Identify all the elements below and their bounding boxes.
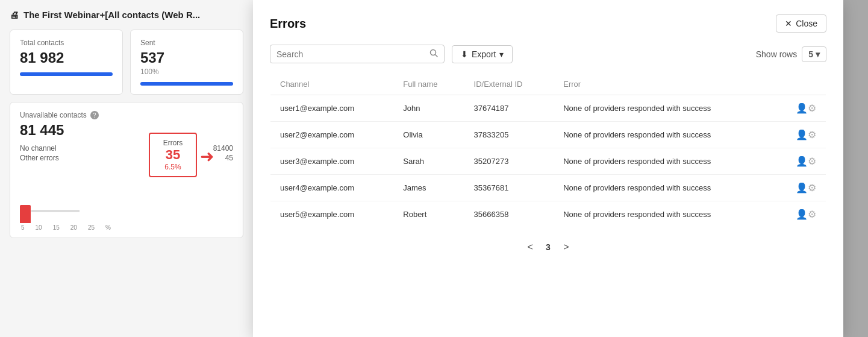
show-rows-label: Show rows xyxy=(756,49,797,59)
cell-error: None of providers responded with success xyxy=(554,201,773,228)
table-row: user1@example.com John 37674187 None of … xyxy=(270,95,826,122)
prev-page-button[interactable]: < xyxy=(522,239,539,256)
cell-fullname: John xyxy=(393,95,464,122)
cell-error: None of providers responded with success xyxy=(554,95,773,122)
user-settings-icon[interactable]: 👤⚙ xyxy=(796,209,816,219)
chart-bars xyxy=(20,199,233,223)
cell-id: 37674187 xyxy=(464,95,554,122)
chart-bar xyxy=(20,205,31,223)
cell-channel: user3@example.com xyxy=(270,148,394,175)
sent-progress-bg xyxy=(140,82,233,86)
errors-box-label: Errors xyxy=(157,139,189,147)
modal-header: Errors ✕ Close xyxy=(270,14,826,33)
col-error: Error xyxy=(554,74,773,95)
cell-id: 37833205 xyxy=(464,122,554,148)
unavailable-value: 81 445 xyxy=(20,122,233,139)
col-channel: Channel xyxy=(270,74,394,95)
user-settings-icon[interactable]: 👤⚙ xyxy=(796,103,816,113)
page-title: 🖨 The First Webinar+[All contacts (Web R… xyxy=(10,10,243,20)
search-box[interactable] xyxy=(270,45,445,63)
next-page-button[interactable]: > xyxy=(558,239,575,256)
total-contacts-progress-bg xyxy=(20,72,113,76)
cell-id: 35207273 xyxy=(464,148,554,175)
svg-line-1 xyxy=(436,55,438,57)
cell-id: 35666358 xyxy=(464,201,554,228)
modal-title: Errors xyxy=(270,17,306,31)
cell-fullname: James xyxy=(393,175,464,201)
printer-icon: 🖨 xyxy=(10,10,19,20)
no-channel-label: No channel xyxy=(20,144,57,153)
show-rows-control: Show rows 5 ▾ xyxy=(756,46,826,62)
left-panel: 🖨 The First Webinar+[All contacts (Web R… xyxy=(0,0,253,337)
sent-label: Sent xyxy=(140,39,233,47)
cell-action[interactable]: 👤⚙ xyxy=(773,201,826,228)
chart-area: 5 10 15 20 25 % xyxy=(20,199,233,229)
chart-axis: 5 10 15 20 25 % xyxy=(20,224,233,231)
help-icon[interactable]: ? xyxy=(90,111,99,119)
other-errors-value: 45 xyxy=(225,154,233,162)
cell-channel: user5@example.com xyxy=(270,201,394,228)
unavailable-header: Unavailable contacts ? xyxy=(20,111,233,119)
download-icon: ⬇ xyxy=(461,49,468,59)
close-button[interactable]: ✕ Close xyxy=(776,14,826,33)
other-errors-label: Other errors xyxy=(20,154,59,162)
arrow-right-icon: ➜ xyxy=(200,146,214,166)
user-settings-icon[interactable]: 👤⚙ xyxy=(796,183,816,193)
sent-value: 537 xyxy=(140,49,233,66)
no-channel-value: 81400 xyxy=(213,144,233,153)
cell-action[interactable]: 👤⚙ xyxy=(773,175,826,201)
errors-modal: Errors ✕ Close ⬇ Export ▾ xyxy=(253,0,843,337)
total-contacts-label: Total contacts xyxy=(20,39,113,47)
cell-id: 35367681 xyxy=(464,175,554,201)
cell-error: None of providers responded with success xyxy=(554,122,773,148)
table-header: Channel Full name ID/External ID Error xyxy=(270,74,826,95)
stats-grid: Total contacts 81 982 Sent 537 100% xyxy=(10,30,243,95)
total-contacts-value: 81 982 xyxy=(20,49,113,66)
show-rows-select[interactable]: 5 ▾ xyxy=(802,46,826,62)
search-input[interactable] xyxy=(276,49,425,59)
export-button[interactable]: ⬇ Export ▾ xyxy=(452,45,513,63)
col-id: ID/External ID xyxy=(464,74,554,95)
modal-overlay: Errors ✕ Close ⬇ Export ▾ xyxy=(253,0,868,337)
unavailable-contacts-card: Unavailable contacts ? 81 445 No channel… xyxy=(10,102,243,238)
errors-table: Channel Full name ID/External ID Error u… xyxy=(270,73,826,228)
cell-channel: user1@example.com xyxy=(270,95,394,122)
toolbar: ⬇ Export ▾ Show rows 5 ▾ xyxy=(270,45,826,63)
sent-progress-fill xyxy=(140,82,233,86)
col-action xyxy=(773,74,826,95)
cell-channel: user2@example.com xyxy=(270,122,394,148)
errors-box-value: 35 xyxy=(157,147,189,163)
cell-fullname: Sarah xyxy=(393,148,464,175)
search-icon xyxy=(429,49,438,59)
table-row: user3@example.com Sarah 35207273 None of… xyxy=(270,148,826,175)
cell-fullname: Robert xyxy=(393,201,464,228)
sent-sub: 100% xyxy=(140,68,233,76)
total-contacts-card: Total contacts 81 982 xyxy=(10,30,123,95)
col-fullname: Full name xyxy=(393,74,464,95)
cell-action[interactable]: 👤⚙ xyxy=(773,122,826,148)
current-page: 3 xyxy=(546,242,551,252)
cell-error: None of providers responded with success xyxy=(554,148,773,175)
pagination: < 3 > xyxy=(270,239,826,256)
unavailable-label: Unavailable contacts xyxy=(20,111,87,119)
total-contacts-progress-fill xyxy=(20,72,113,76)
table-row: user2@example.com Olivia 37833205 None o… xyxy=(270,122,826,148)
user-settings-icon[interactable]: 👤⚙ xyxy=(796,130,816,140)
sent-card: Sent 537 100% xyxy=(130,30,243,95)
user-settings-icon[interactable]: 👤⚙ xyxy=(796,156,816,166)
table-body: user1@example.com John 37674187 None of … xyxy=(270,95,826,228)
cell-channel: user4@example.com xyxy=(270,175,394,201)
errors-box: Errors 35 6.5% xyxy=(149,133,197,177)
table-row: user5@example.com Robert 35666358 None o… xyxy=(270,201,826,228)
show-rows-value: 5 xyxy=(808,49,813,59)
cell-error: None of providers responded with success xyxy=(554,175,773,201)
chevron-down-icon: ▾ xyxy=(816,49,820,59)
cell-action[interactable]: 👤⚙ xyxy=(773,95,826,122)
errors-box-pct: 6.5% xyxy=(157,163,189,171)
chart-baseline xyxy=(31,210,80,212)
table-row: user4@example.com James 35367681 None of… xyxy=(270,175,826,201)
cell-fullname: Olivia xyxy=(393,122,464,148)
chevron-down-icon: ▾ xyxy=(499,49,504,59)
x-icon: ✕ xyxy=(785,19,792,28)
cell-action[interactable]: 👤⚙ xyxy=(773,148,826,175)
